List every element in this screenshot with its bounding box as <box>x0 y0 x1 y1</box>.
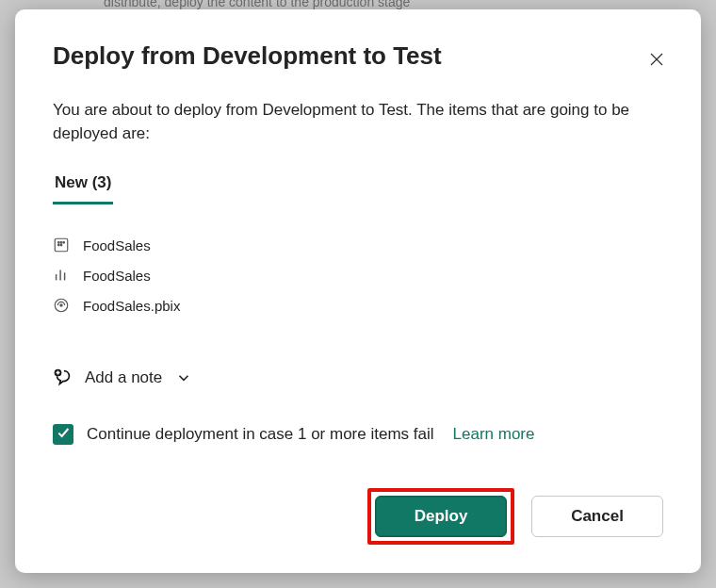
list-item: FoodSales.pbix <box>53 297 663 314</box>
background-text: distribute, deploy the content to the pr… <box>104 0 410 9</box>
svg-point-4 <box>60 242 62 244</box>
modal-title: Deploy from Development to Test <box>53 41 442 71</box>
svg-point-5 <box>63 242 65 244</box>
add-note-label: Add a note <box>85 368 162 387</box>
svg-point-6 <box>57 244 59 246</box>
continue-on-fail-label: Continue deployment in case 1 or more it… <box>87 425 434 444</box>
list-item: FoodSales <box>53 267 663 284</box>
add-note-toggle[interactable]: Add a note <box>53 368 192 388</box>
close-icon <box>648 57 665 71</box>
report-icon <box>53 267 70 284</box>
chevron-down-icon <box>175 369 192 386</box>
cancel-button[interactable]: Cancel <box>531 496 663 537</box>
svg-point-7 <box>60 244 62 246</box>
modal-description: You are about to deploy from Development… <box>53 99 663 145</box>
svg-point-3 <box>57 242 59 244</box>
item-name: FoodSales.pbix <box>83 298 180 314</box>
learn-more-link[interactable]: Learn more <box>453 425 535 444</box>
pbix-file-icon <box>53 297 70 314</box>
item-list: FoodSales FoodSales <box>53 237 663 314</box>
close-button[interactable] <box>644 47 669 74</box>
item-name: FoodSales <box>83 268 151 284</box>
list-item: FoodSales <box>53 237 663 253</box>
continue-on-fail-checkbox[interactable] <box>53 424 73 445</box>
dataset-icon <box>53 237 70 253</box>
svg-point-12 <box>60 304 62 306</box>
deploy-highlight-box: Deploy <box>367 488 514 545</box>
deploy-modal: Deploy from Development to Test You are … <box>15 9 701 573</box>
item-name: FoodSales <box>83 237 151 253</box>
checkmark-icon <box>56 425 71 445</box>
tab-new[interactable]: New (3) <box>53 173 113 204</box>
add-note-icon <box>53 368 73 388</box>
deploy-button[interactable]: Deploy <box>375 496 507 537</box>
